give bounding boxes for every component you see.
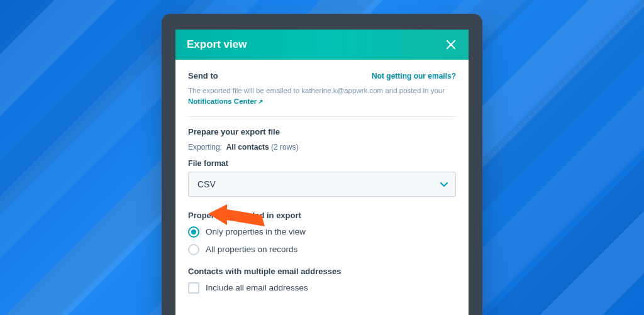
file-format-value: CSV — [197, 179, 216, 189]
radio-all-properties[interactable]: All properties on records — [188, 244, 456, 255]
chevron-down-icon — [440, 179, 448, 189]
divider — [188, 116, 456, 117]
not-getting-emails-link[interactable]: Not getting our emails? — [372, 72, 456, 80]
external-link-icon: ↗ — [258, 98, 263, 105]
prepare-export-label: Prepare your export file — [188, 127, 456, 136]
radio-label: All properties on records — [206, 245, 297, 254]
modal-title: Export view — [187, 38, 247, 51]
modal-body: Send to Not getting our emails? The expo… — [175, 60, 469, 315]
multiple-emails-label: Contacts with multiple email addresses — [188, 267, 456, 276]
radio-icon — [188, 226, 199, 238]
checkbox-icon — [188, 282, 199, 294]
close-icon — [447, 40, 455, 49]
modal-header: Export view — [175, 30, 469, 60]
notifications-center-link[interactable]: Notifications Center↗ — [188, 97, 263, 105]
export-destination-description: The exported file will be emailed to kat… — [188, 86, 456, 108]
exporting-summary: Exporting: All contacts (2 rows) — [188, 143, 456, 152]
file-format-select[interactable]: CSV — [188, 172, 456, 197]
include-all-emails-checkbox[interactable]: Include all email addresses — [188, 282, 456, 294]
send-to-row: Send to Not getting our emails? — [188, 71, 456, 80]
radio-label: Only properties in the view — [206, 227, 306, 236]
radio-only-view-properties[interactable]: Only properties in the view — [188, 226, 456, 238]
radio-icon — [188, 244, 199, 255]
properties-radio-group: Only properties in the view All properti… — [188, 226, 456, 255]
file-format-label: File format — [188, 159, 456, 168]
app-window: Export view Send to Not getting our emai… — [162, 14, 482, 315]
export-view-modal: Export view Send to Not getting our emai… — [175, 30, 469, 315]
send-to-label: Send to — [188, 71, 218, 80]
close-button[interactable] — [445, 38, 457, 51]
properties-included-label: Properties included in export — [188, 211, 456, 220]
desc-text: The exported file will be emailed to kat… — [188, 87, 445, 94]
checkbox-label: Include all email addresses — [206, 283, 308, 292]
